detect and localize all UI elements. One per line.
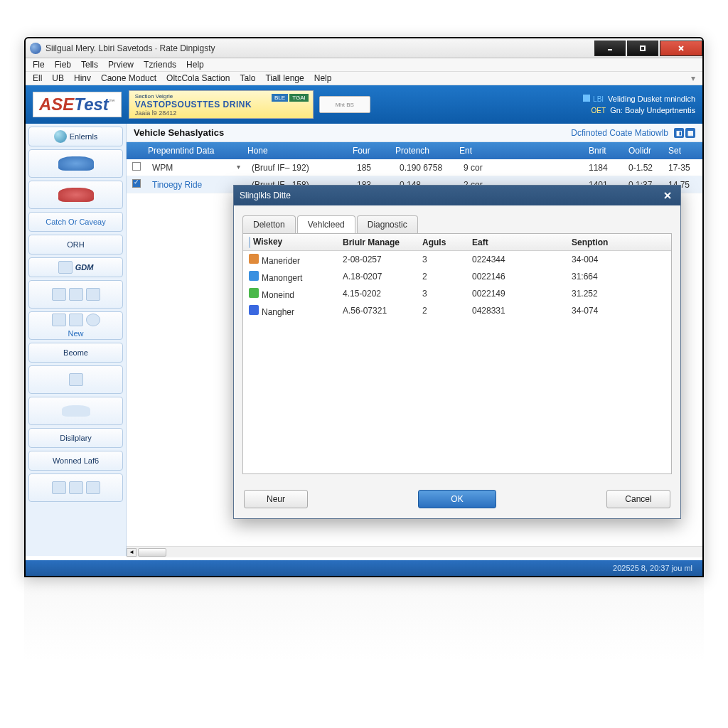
item-c2: 3 xyxy=(417,289,466,299)
cancel-button[interactable]: Cancel xyxy=(606,490,670,508)
scroll-thumb[interactable] xyxy=(138,548,166,557)
menu-bar-1: Fle Fieb Tells Prview Tzriends Help xyxy=(26,58,702,72)
menu-tzriends[interactable]: Tzriends xyxy=(144,60,176,70)
gauge-widget[interactable]: Mht BS xyxy=(319,96,370,113)
sidebar-orh[interactable]: ORH xyxy=(28,235,123,255)
list-item[interactable]: Manongert A.18-0207 2 0022146 31:664 xyxy=(243,268,671,285)
tab-vehicleed[interactable]: Vehlcleed xyxy=(297,215,355,233)
car-red-icon xyxy=(58,188,94,202)
row-checkbox[interactable] xyxy=(132,162,141,171)
menu-tells[interactable]: Tells xyxy=(81,60,98,70)
menu-bar-2: Ell UB Hinv Caone Moduct OltcCola Sactio… xyxy=(26,72,702,85)
sidebar-wonned[interactable]: Wonned Laf6 xyxy=(28,451,123,471)
doc-icon xyxy=(86,481,100,494)
menu2-tiall[interactable]: Tiall lenge xyxy=(265,73,304,83)
sidebar-stack[interactable] xyxy=(28,365,123,394)
list-item[interactable]: Moneind 4.15-0202 3 0022149 31.252 xyxy=(243,285,671,302)
menu-fle[interactable]: Fle xyxy=(33,60,45,70)
list-item[interactable]: Nangher A.56-07321 2 0428331 34-074 xyxy=(243,302,671,319)
sidebar-gdm[interactable]: GDM xyxy=(28,257,123,277)
sidebar-new[interactable]: New xyxy=(28,311,123,340)
folder-icon xyxy=(52,481,66,494)
col-ent[interactable]: Ent xyxy=(454,146,496,156)
menu2-ub[interactable]: UB xyxy=(52,73,64,83)
menu-prview[interactable]: Prview xyxy=(108,60,134,70)
menu2-hinv[interactable]: Hinv xyxy=(74,73,91,83)
menu2-talo[interactable]: Talo xyxy=(240,73,255,83)
sidebar-item-label: Disilplary xyxy=(60,434,92,442)
corner-icon-2[interactable]: ▦ xyxy=(685,128,695,138)
row-four: 185 xyxy=(351,163,394,173)
menu2-nelp[interactable]: Nelp xyxy=(314,73,332,83)
dialog-grid-header: Wiskey Briulr Manage Aguls Eaft Senption xyxy=(243,234,671,251)
scroll-left-arrow[interactable]: ◄ xyxy=(127,548,136,557)
sidebar-car-red[interactable] xyxy=(28,181,123,209)
new-button[interactable]: Neur xyxy=(244,490,308,508)
row-protench: 0.190 6758 xyxy=(394,163,458,173)
printer-icon xyxy=(69,314,83,326)
item-c1: 2-08-0257 xyxy=(337,255,417,264)
mcol-wiskey[interactable]: Wiskey xyxy=(243,237,337,247)
horizontal-scrollbar[interactable]: ◄ xyxy=(127,546,702,557)
menu2-caone[interactable]: Caone Moduct xyxy=(101,73,156,83)
dialog-footer: Neur OK Cancel xyxy=(234,483,680,518)
pane-corner-icons: ◧ ▦ xyxy=(674,128,695,138)
col-bnrit[interactable]: Bnrit xyxy=(583,146,623,156)
col-four[interactable]: Four xyxy=(347,146,390,156)
logo-test: Test xyxy=(74,95,108,114)
globe-icon xyxy=(54,130,67,143)
col-hone[interactable]: Hone xyxy=(242,146,347,156)
sidebar-item-label: Catch Or Caveay xyxy=(46,218,105,226)
item-c3: 0022146 xyxy=(466,272,566,282)
corner-icon-1[interactable]: ◧ xyxy=(674,128,684,138)
promo-banner[interactable]: Section Velgrle VASTOPSOUSTTES DRINK Jaa… xyxy=(129,90,314,119)
mcol-briulr[interactable]: Briulr Manage xyxy=(337,237,417,247)
dialog-close-button[interactable] xyxy=(660,189,675,202)
row-checkbox[interactable] xyxy=(132,179,141,188)
dialog-titlebar[interactable]: Slinglkls Ditte xyxy=(234,186,680,205)
ok-button[interactable]: OK xyxy=(418,490,496,508)
item-c2: 2 xyxy=(417,306,466,316)
sidebar-row-3[interactable] xyxy=(28,473,123,502)
menu2-ell[interactable]: Ell xyxy=(33,73,42,83)
list-item[interactable]: Manerider 2-08-0257 3 0224344 34-004 xyxy=(243,251,671,268)
sidebar-catch[interactable]: Catch Or Caveay xyxy=(28,212,123,232)
col-set[interactable]: Set xyxy=(663,146,702,156)
item-c3: 0428331 xyxy=(466,306,566,316)
sidebar-enlernls[interactable]: Enlernls xyxy=(28,127,123,146)
status-bar: 202525 8, 20:37 jou ml xyxy=(26,560,702,576)
menu-fieb[interactable]: Fieb xyxy=(55,60,71,70)
tab-diagnostic[interactable]: Diagnostic xyxy=(357,215,418,233)
table-row[interactable]: WPM (Bruuf IF– 192) 185 0.190 6758 9 cor… xyxy=(127,159,702,176)
info-icon-1 xyxy=(583,95,590,102)
row-name[interactable]: Tinoegy Ride xyxy=(146,180,246,190)
mcol-aguls[interactable]: Aguls xyxy=(417,237,466,247)
item-c2: 2 xyxy=(417,272,466,282)
mcol-eaft[interactable]: Eaft xyxy=(466,237,566,247)
sidebar-row-1[interactable] xyxy=(28,280,123,309)
menu2-overflow-icon[interactable]: ▾ xyxy=(691,73,695,83)
close-button[interactable] xyxy=(660,41,702,56)
sidebar-car-blue[interactable] xyxy=(28,149,123,178)
row-hone: (Bruuf IF– 192) xyxy=(246,163,351,173)
item-c2: 3 xyxy=(417,255,466,264)
menu-help[interactable]: Help xyxy=(186,60,204,70)
tab-deletion[interactable]: Deletton xyxy=(242,215,296,233)
item-icon xyxy=(249,254,259,264)
maximize-button[interactable] xyxy=(627,41,658,56)
menu2-oltc[interactable]: OltcCola Saction xyxy=(166,73,230,83)
mcol-senption[interactable]: Senption xyxy=(566,237,671,247)
col-prepenntind[interactable]: Prepenntind Data xyxy=(142,146,242,156)
minimize-button[interactable] xyxy=(594,41,626,56)
row-name[interactable]: WPM xyxy=(146,163,246,173)
sidebar-beome[interactable]: Beome xyxy=(28,343,123,363)
sidebar-disiplary[interactable]: Disilplary xyxy=(28,428,123,448)
col-protench[interactable]: Protench xyxy=(390,146,454,156)
dialog: Slinglkls Ditte Deletton Vehlcleed Diagn… xyxy=(233,185,681,519)
item-c4: 31.252 xyxy=(566,289,671,299)
row-bnrit: 1184 xyxy=(583,163,623,173)
col-oolidr[interactable]: Oolidr xyxy=(623,146,663,156)
sidebar-car-light[interactable] xyxy=(28,397,123,425)
pane-right-link[interactable]: Dcfinoted Coate Matiowlb xyxy=(571,128,668,138)
window-titlebar[interactable]: Siilgual Mery. Lbiri Savetods · Rate Din… xyxy=(26,38,702,58)
